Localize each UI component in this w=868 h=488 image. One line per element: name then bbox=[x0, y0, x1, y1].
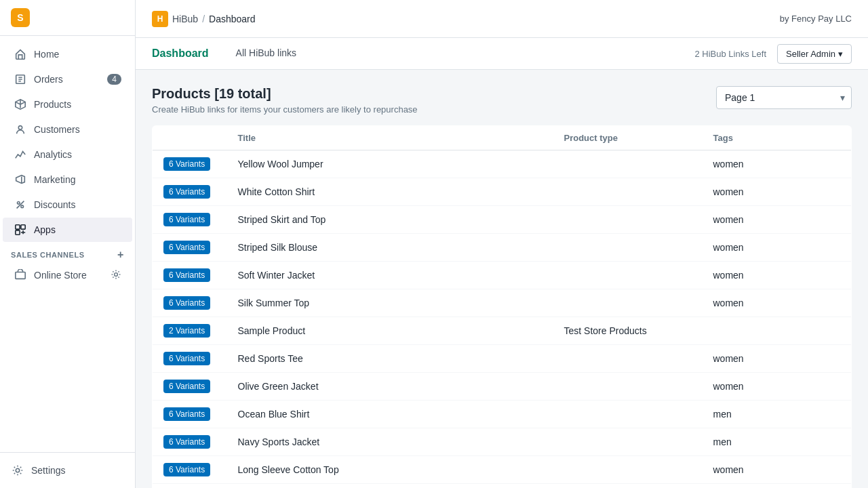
content-area: Products [19 total] Create HiBub links f… bbox=[136, 70, 868, 488]
variants-cell[interactable]: 6 Variants bbox=[153, 262, 227, 289]
title-cell: Ocean Blue Shirt bbox=[227, 401, 553, 428]
sidebar-item-orders[interactable]: Orders 4 bbox=[3, 67, 132, 92]
svg-point-3 bbox=[21, 205, 24, 208]
variants-cell[interactable]: 6 Variants bbox=[153, 289, 227, 317]
variant-badge[interactable]: 6 Variants bbox=[163, 463, 210, 476]
sidebar-item-discounts[interactable]: Discounts bbox=[3, 192, 132, 217]
product-type-cell bbox=[553, 428, 703, 456]
table-row[interactable]: 6 Variants Red Sports Tee women bbox=[153, 345, 852, 373]
col-header-title: Title bbox=[227, 126, 553, 150]
breadcrumb-page: Dashboard bbox=[209, 14, 256, 24]
table-row[interactable]: 2 Variants Sample Product Test Store Pro… bbox=[153, 317, 852, 345]
variant-badge[interactable]: 6 Variants bbox=[163, 380, 210, 393]
table-row[interactable]: 6 Variants Ocean Blue Shirt men bbox=[153, 401, 852, 428]
svg-point-8 bbox=[115, 272, 118, 276]
title-cell: Soft Winter Jacket bbox=[227, 262, 553, 289]
svg-rect-4 bbox=[16, 225, 20, 229]
variants-cell[interactable]: 6 Variants bbox=[153, 150, 227, 178]
sidebar-item-marketing[interactable]: Marketing bbox=[3, 167, 132, 192]
seller-admin-button[interactable]: Seller Admin ▾ bbox=[777, 44, 852, 64]
customers-icon bbox=[14, 123, 27, 136]
variant-badge[interactable]: 6 Variants bbox=[163, 296, 210, 310]
page-select[interactable]: Page 1 Page 2 bbox=[716, 86, 852, 109]
tags-cell: women bbox=[703, 262, 852, 289]
table-row[interactable]: 6 Variants Olive Green Jacket women bbox=[153, 373, 852, 401]
table-row[interactable]: 6 Variants Silk Summer Top women bbox=[153, 289, 852, 317]
title-cell: Silk Summer Top bbox=[227, 289, 553, 317]
table-row[interactable]: 5 Variants LED High Tops men bbox=[153, 484, 852, 489]
tab-dashboard-title[interactable]: Dashboard bbox=[152, 38, 209, 69]
sidebar-item-label: Products bbox=[34, 99, 71, 110]
variant-badge[interactable]: 6 Variants bbox=[163, 157, 210, 171]
sidebar-item-settings[interactable]: Settings bbox=[0, 458, 135, 483]
table-row[interactable]: 6 Variants Navy Sports Jacket men bbox=[153, 428, 852, 456]
sidebar-item-home[interactable]: Home bbox=[3, 42, 132, 66]
tags-cell: men bbox=[703, 401, 852, 428]
product-type-cell bbox=[553, 262, 703, 289]
product-type-cell bbox=[553, 345, 703, 373]
apps-icon bbox=[14, 223, 27, 237]
sidebar-item-apps[interactable]: Apps bbox=[3, 218, 132, 242]
online-store-settings-icon[interactable] bbox=[111, 269, 121, 282]
products-icon bbox=[14, 98, 27, 111]
sidebar-logo: S bbox=[0, 0, 135, 36]
settings-label: Settings bbox=[31, 465, 66, 476]
sidebar-item-online-store[interactable]: Online Store bbox=[3, 264, 132, 287]
sidebar-item-customers[interactable]: Customers bbox=[3, 117, 132, 142]
variants-cell[interactable]: 6 Variants bbox=[153, 178, 227, 206]
sidebar-bottom: Settings bbox=[0, 452, 135, 488]
sidebar-item-products[interactable]: Products bbox=[3, 92, 132, 117]
discounts-icon bbox=[14, 198, 27, 211]
variants-cell[interactable]: 5 Variants bbox=[153, 484, 227, 489]
orders-icon bbox=[14, 73, 27, 86]
col-header-type: Product type bbox=[553, 126, 703, 150]
page-select-wrapper[interactable]: Page 1 Page 2 bbox=[716, 86, 852, 109]
table-row[interactable]: 6 Variants Striped Silk Blouse women bbox=[153, 234, 852, 262]
add-sales-channel-button[interactable]: + bbox=[117, 249, 124, 260]
seller-admin-label: Seller Admin bbox=[786, 49, 835, 59]
col-header-variants bbox=[153, 126, 227, 150]
table-row[interactable]: 6 Variants Yellow Wool Jumper women bbox=[153, 150, 852, 178]
table-row[interactable]: 6 Variants White Cotton Shirt women bbox=[153, 178, 852, 206]
tags-cell: women bbox=[703, 234, 852, 262]
tags-cell: men bbox=[703, 484, 852, 489]
variants-cell[interactable]: 6 Variants bbox=[153, 401, 227, 428]
variant-badge[interactable]: 2 Variants bbox=[163, 324, 210, 338]
variant-badge[interactable]: 6 Variants bbox=[163, 435, 210, 449]
title-cell: White Cotton Shirt bbox=[227, 178, 553, 206]
product-type-cell: Test Store Products bbox=[553, 317, 703, 345]
variant-badge[interactable]: 6 Variants bbox=[163, 268, 210, 282]
variant-badge[interactable]: 6 Variants bbox=[163, 185, 210, 199]
analytics-icon bbox=[14, 148, 27, 161]
product-type-cell bbox=[553, 289, 703, 317]
sales-channels-section: SALES CHANNELS + bbox=[0, 243, 135, 263]
variants-cell[interactable]: 2 Variants bbox=[153, 317, 227, 345]
products-subtitle: Create HiBub links for items your custom… bbox=[152, 104, 418, 115]
tab-all-links[interactable]: All HiBub links bbox=[225, 38, 307, 70]
table-row[interactable]: 6 Variants Soft Winter Jacket women bbox=[153, 262, 852, 289]
variants-cell[interactable]: 6 Variants bbox=[153, 234, 227, 262]
sidebar-item-label: Discounts bbox=[34, 199, 75, 210]
variants-cell[interactable]: 6 Variants bbox=[153, 456, 227, 484]
sidebar-item-analytics[interactable]: Analytics bbox=[3, 142, 132, 167]
variant-badge[interactable]: 6 Variants bbox=[163, 241, 210, 254]
variants-cell[interactable]: 6 Variants bbox=[153, 428, 227, 456]
variant-badge[interactable]: 6 Variants bbox=[163, 407, 210, 421]
orders-badge: 4 bbox=[107, 74, 121, 85]
marketing-icon bbox=[14, 173, 27, 186]
title-cell: Yellow Wool Jumper bbox=[227, 150, 553, 178]
variant-badge[interactable]: 6 Variants bbox=[163, 213, 210, 226]
links-left-indicator: 2 HiBub Links Left bbox=[695, 39, 767, 68]
variants-cell[interactable]: 6 Variants bbox=[153, 373, 227, 401]
variants-cell[interactable]: 6 Variants bbox=[153, 206, 227, 234]
tags-cell: women bbox=[703, 373, 852, 401]
topbar-breadcrumb: H HiBub / Dashboard bbox=[152, 11, 256, 27]
home-icon bbox=[14, 47, 27, 61]
variants-cell[interactable]: 6 Variants bbox=[153, 345, 227, 373]
title-cell: Long Sleeve Cotton Top bbox=[227, 456, 553, 484]
variant-badge[interactable]: 6 Variants bbox=[163, 352, 210, 365]
table-row[interactable]: 6 Variants Long Sleeve Cotton Top women bbox=[153, 456, 852, 484]
table-row[interactable]: 6 Variants Striped Skirt and Top women bbox=[153, 206, 852, 234]
svg-rect-6 bbox=[16, 230, 20, 235]
topbar-right: by Fency Pay LLC bbox=[780, 14, 852, 24]
